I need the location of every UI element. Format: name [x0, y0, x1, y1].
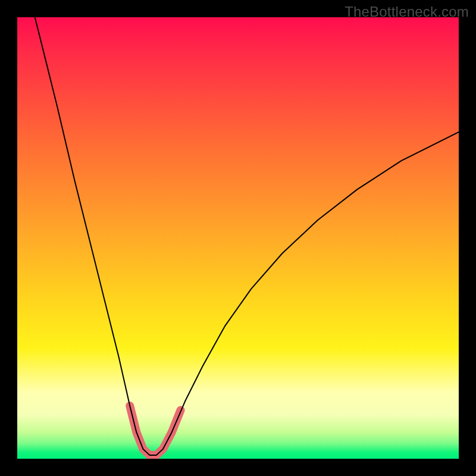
curve-layer: [17, 17, 459, 459]
main-curve: [35, 17, 459, 455]
watermark-text: TheBottleneck.com: [345, 4, 469, 20]
plot-area: [17, 17, 459, 459]
chart-frame: TheBottleneck.com: [0, 0, 476, 476]
